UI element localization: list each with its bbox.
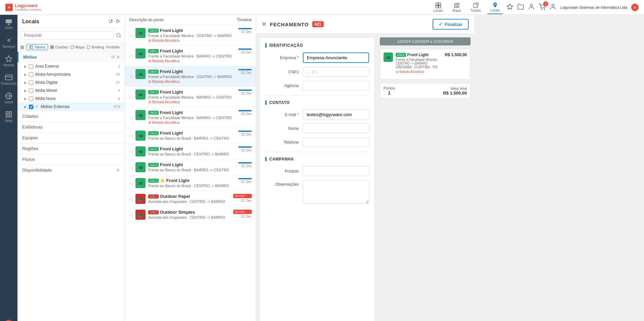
nav-profile[interactable] (550, 3, 556, 11)
search-input[interactable] (21, 31, 114, 40)
nav-mapa[interactable]: Mapa (450, 1, 464, 14)
sidebar-item-finance[interactable]: Financeiro (0, 70, 17, 89)
section-exibidoras[interactable]: Exibidoras (17, 121, 125, 132)
svg-rect-20 (6, 112, 8, 114)
fechamento-close-button[interactable]: ✕ (261, 21, 267, 28)
sidebar-item-general[interactable]: Geral (0, 89, 17, 107)
nav-arrow-left[interactable]: ◁ (129, 149, 133, 154)
tree-item-midia-movel[interactable]: ▶ Mídia Móvel 4 (17, 86, 125, 95)
disponibilidade-close-btn[interactable]: ✕ (116, 168, 120, 173)
midia-close-btn[interactable]: ✕ (116, 55, 120, 60)
observacoes-textarea[interactable] (303, 180, 369, 204)
nav-locais-active[interactable]: Locais (487, 1, 502, 14)
tab-tabela[interactable]: Tabela (26, 44, 48, 50)
svg-rect-23 (9, 115, 11, 117)
nav-arrow-left[interactable]: ◁ (129, 53, 133, 59)
section-equipes[interactable]: Equipes (17, 132, 125, 143)
nome-input[interactable] (303, 123, 369, 133)
svg-point-15 (8, 39, 10, 41)
tree-item-area-externa[interactable]: ▶ Área Externa 3 (17, 62, 125, 70)
summary-item-address: Frente a Faculdade Mineira · CENTRO -> B… (396, 58, 442, 65)
tab-cartoes[interactable]: Cartões (50, 45, 68, 49)
panel-title: Locais (22, 19, 39, 25)
point-icon: 📺 (135, 110, 146, 120)
point-icon: 📺 (135, 69, 146, 79)
tab-briefing[interactable]: Briefing (86, 45, 104, 49)
tab-portfolio[interactable]: Portfólio (106, 45, 120, 49)
tab-mapa[interactable]: Mapa (70, 45, 85, 49)
reload-button[interactable]: ⟳ (116, 18, 120, 25)
sidebar-item-services[interactable]: Serviços (0, 33, 17, 52)
nav-user[interactable] (528, 3, 535, 11)
list-item[interactable]: ◁ 📺 114.4 Front Light Frente ao Banco do… (125, 128, 256, 144)
nav-add[interactable]: + (631, 4, 639, 11)
point-icon: 📺 (135, 146, 146, 156)
tree-item-midias-externas[interactable]: ▶ ✓ Mídias Externas 579 (17, 103, 125, 111)
nav-star[interactable] (507, 3, 513, 11)
empresa-input[interactable] (303, 52, 369, 63)
search-icon (116, 33, 121, 38)
list-item[interactable]: ◁ 📺 114.1 ☀️ Front Light Frente ao Banco… (125, 175, 256, 191)
email-label: E-mail * (265, 112, 299, 117)
svg-rect-2 (436, 5, 438, 8)
nav-folder[interactable] (517, 3, 524, 11)
tree-item-midia-nova[interactable]: ▶ Midia Nova 6 (17, 95, 125, 103)
list-item[interactable]: ◁ 📺 114.2 Front Light Frente ao Banco do… (125, 144, 256, 159)
telefone-input[interactable] (303, 137, 369, 147)
nav-arrow-left[interactable]: ◁ (129, 196, 133, 202)
refresh-button[interactable]: ↺ (109, 18, 113, 25)
point-icon: 📺 (135, 162, 146, 172)
section-regioes[interactable]: Regiões (17, 143, 125, 154)
nav-locais-1[interactable]: Locais (431, 1, 446, 14)
point-icon: 📺 (135, 48, 146, 59)
left-panel: Locais ↺ ⟳ ⊞ Tabela Cartões Mapa (17, 15, 125, 321)
section-contato-label: CONTATO (265, 100, 369, 105)
nav-arrow-left[interactable]: ◁ (129, 133, 133, 138)
finalize-button[interactable]: ✓ Finalizar (433, 19, 469, 30)
nav-arrow-left[interactable]: ◁ (129, 165, 133, 170)
tree-item-midia-digital[interactable]: ▶ Mídia Digital 57 (17, 78, 125, 86)
tree-item-midia-aeroportuaria[interactable]: ▶ Mídia Aeroportuária 34 (17, 70, 125, 78)
summary-item-icon: 📺 (384, 52, 393, 62)
nav-arrow-left[interactable]: ◁ (129, 115, 133, 120)
list-item[interactable]: ◁ 📺 100.2 Front Light Frente a Faculdade… (125, 87, 256, 107)
list-item[interactable]: ◁ 📺 100.5 Front Light Frente a Faculdade… (125, 25, 256, 46)
list-item[interactable]: ◁ 📺 114.3 Front Light Frente ao Banco do… (125, 159, 256, 175)
nav-arrow-left[interactable]: ◁ (129, 212, 133, 217)
sidebar-item-sales[interactable]: Vendas (0, 52, 17, 70)
list-item-selected[interactable]: ◁ 📺 100.4 Front Light Frente a Faculdade… (125, 66, 256, 87)
list-item[interactable]: ◁ 📺 115.1 Outdoor Papel Avenida dos Imig… (125, 191, 256, 207)
section-fluxos[interactable]: Fluxos (17, 154, 125, 165)
midia-refresh-btn[interactable]: ↺ (111, 55, 115, 60)
nav-arrow-left[interactable]: ◁ (129, 74, 133, 79)
produto-input[interactable] (303, 166, 369, 176)
svg-point-10 (544, 9, 545, 10)
nav-arrow-left[interactable]: ◁ (129, 33, 133, 38)
list-item[interactable]: ◁ 📺 100.1 Front Light Frente a Faculdade… (125, 46, 256, 66)
section-cidades[interactable]: Cidades (17, 111, 125, 121)
totals-points-label: Pontos (384, 86, 395, 90)
filter-button[interactable]: ⊞ (20, 44, 24, 50)
sidebar-item-ooh[interactable]: OOH (0, 15, 17, 33)
sidebar-item-apps[interactable]: Apps (0, 107, 17, 126)
svg-rect-34 (50, 47, 52, 49)
nav-arrow-left[interactable]: ◁ (129, 180, 133, 186)
svg-point-11 (552, 4, 554, 7)
svg-rect-16 (5, 75, 12, 80)
summary-item-price: R$ 1.500,00 (445, 52, 467, 57)
nav-company: Logycware Sistemas de Informática Ltda (560, 5, 627, 9)
midia-section-header[interactable]: Midias ↺ ✕ (17, 52, 125, 62)
section-disponibilidade[interactable]: Disponibilidade ✕ (17, 165, 125, 175)
list-item[interactable]: ◁ 📺 100.6 Front Light Frente a Faculdade… (125, 107, 256, 128)
sidebar-logo-bottom: ∞ 4129.230d (1, 316, 16, 321)
svg-line-27 (120, 36, 121, 37)
email-input[interactable] (303, 110, 369, 119)
nav-tickets[interactable]: Tickets (468, 1, 483, 14)
svg-rect-28 (30, 46, 33, 49)
list-item[interactable]: ◁ 📺 115.2 Outdoor Simples Avenida dos Im… (125, 207, 256, 223)
nav-cart[interactable]: 1 (539, 3, 546, 11)
summary-item-name: Front Light (407, 52, 429, 57)
nav-arrow-left[interactable]: ◁ (129, 94, 133, 100)
agencia-input[interactable] (303, 81, 369, 91)
cnpj-input[interactable] (303, 67, 369, 77)
